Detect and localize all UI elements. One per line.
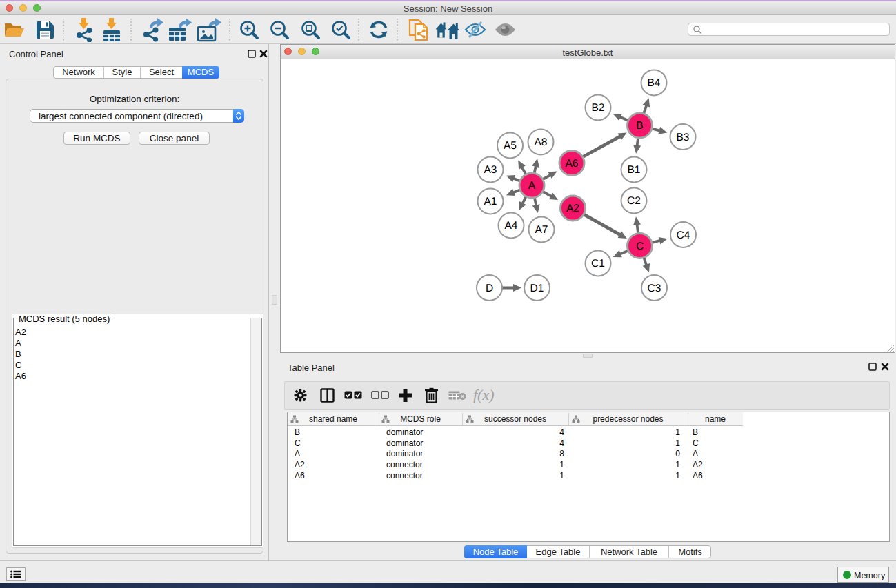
svg-text:A4: A4 <box>505 220 518 232</box>
svg-text:B3: B3 <box>677 132 690 143</box>
svg-text:A2: A2 <box>566 203 579 214</box>
svg-text:A8: A8 <box>535 136 548 148</box>
svg-text:B2: B2 <box>592 102 605 114</box>
svg-text:B1: B1 <box>628 164 641 176</box>
svg-text:A: A <box>528 180 536 192</box>
svg-text:C4: C4 <box>677 230 690 241</box>
svg-text:A5: A5 <box>504 140 517 152</box>
svg-text:D: D <box>486 283 493 294</box>
svg-text:C: C <box>636 241 644 252</box>
svg-text:A7: A7 <box>535 224 548 236</box>
svg-text:D1: D1 <box>530 283 544 294</box>
svg-text:B4: B4 <box>648 77 661 89</box>
svg-text:A6: A6 <box>566 158 579 170</box>
svg-text:C1: C1 <box>591 258 605 270</box>
svg-text:C3: C3 <box>648 283 661 294</box>
svg-text:B: B <box>636 120 643 132</box>
svg-text:A1: A1 <box>484 196 497 207</box>
svg-text:A3: A3 <box>484 164 497 176</box>
svg-text:C2: C2 <box>627 195 641 207</box>
